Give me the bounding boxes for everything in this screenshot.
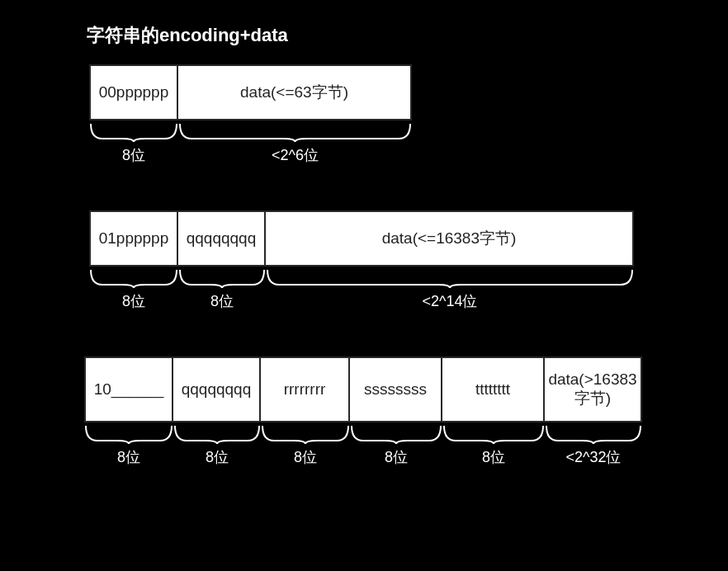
field-cell: data(<=63字节) xyxy=(178,64,412,120)
format-row-1-braces: 8位 <2^6位 xyxy=(89,122,412,165)
brace-label: 8位 xyxy=(482,447,505,467)
format-row-1: 00ppppppdata(<=63字节) xyxy=(89,64,412,120)
brace: 8位 xyxy=(442,424,545,467)
brace-label: 8位 xyxy=(294,447,317,467)
brace: 8位 xyxy=(178,268,266,311)
brace-label: 8位 xyxy=(122,291,145,311)
field-cell: tttttttt xyxy=(442,356,545,422)
field-cell: rrrrrrrr xyxy=(261,356,350,422)
brace: <2^14位 xyxy=(266,268,634,311)
brace: 8位 xyxy=(89,122,178,165)
diagram-title: 字符串的encoding+data xyxy=(87,23,288,48)
field-cell: 10______ xyxy=(84,356,173,422)
brace: 8位 xyxy=(350,424,442,467)
field-cell: qqqqqqqq xyxy=(178,210,266,267)
brace: <2^6位 xyxy=(178,122,412,165)
brace-label: 8位 xyxy=(117,447,140,467)
brace: 8位 xyxy=(84,424,173,467)
format-row-3-braces: 8位 8位 8位 8位 8位 <2^32位 xyxy=(84,424,642,467)
format-row-2-braces: 8位 8位 <2^14位 xyxy=(89,268,634,311)
field-cell: ssssssss xyxy=(350,356,442,422)
brace: 8位 xyxy=(89,268,178,311)
field-cell: qqqqqqqq xyxy=(173,356,261,422)
brace: 8位 xyxy=(261,424,350,467)
brace: <2^32位 xyxy=(545,424,642,467)
brace-label: 8位 xyxy=(206,447,229,467)
brace-label: 8位 xyxy=(385,447,408,467)
format-row-3: 10______qqqqqqqqrrrrrrrrsssssssstttttttt… xyxy=(84,356,642,422)
brace-label: 8位 xyxy=(122,145,145,165)
brace-label: 8位 xyxy=(210,291,234,311)
brace-label: <2^14位 xyxy=(423,291,478,311)
field-cell: data(>16383字节) xyxy=(545,356,642,422)
field-cell: data(<=16383字节) xyxy=(266,210,634,267)
brace-label: <2^32位 xyxy=(566,447,622,467)
field-cell: 01pppppp xyxy=(89,210,178,267)
brace-label: <2^6位 xyxy=(272,145,319,165)
format-row-2: 01ppppppqqqqqqqqdata(<=16383字节) xyxy=(89,210,634,267)
field-cell: 00pppppp xyxy=(89,64,178,120)
brace: 8位 xyxy=(173,424,261,467)
